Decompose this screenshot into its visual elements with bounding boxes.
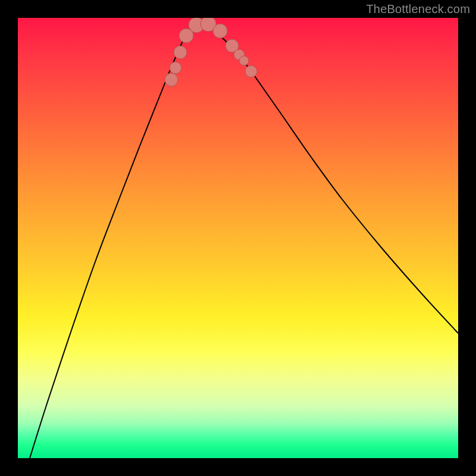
curve-marker [174, 46, 187, 59]
watermark-text: TheBottleneck.com [366, 2, 470, 16]
bottleneck-curve-svg [18, 18, 458, 458]
curve-marker [170, 62, 181, 74]
marker-group [165, 18, 257, 86]
curve-marker [245, 65, 257, 77]
bottleneck-curve-path [30, 22, 458, 458]
chart-frame: TheBottleneck.com [0, 0, 476, 476]
curve-marker [239, 56, 249, 65]
chart-plot-area [18, 18, 458, 458]
curve-marker [165, 73, 178, 86]
curve-marker [213, 24, 227, 38]
